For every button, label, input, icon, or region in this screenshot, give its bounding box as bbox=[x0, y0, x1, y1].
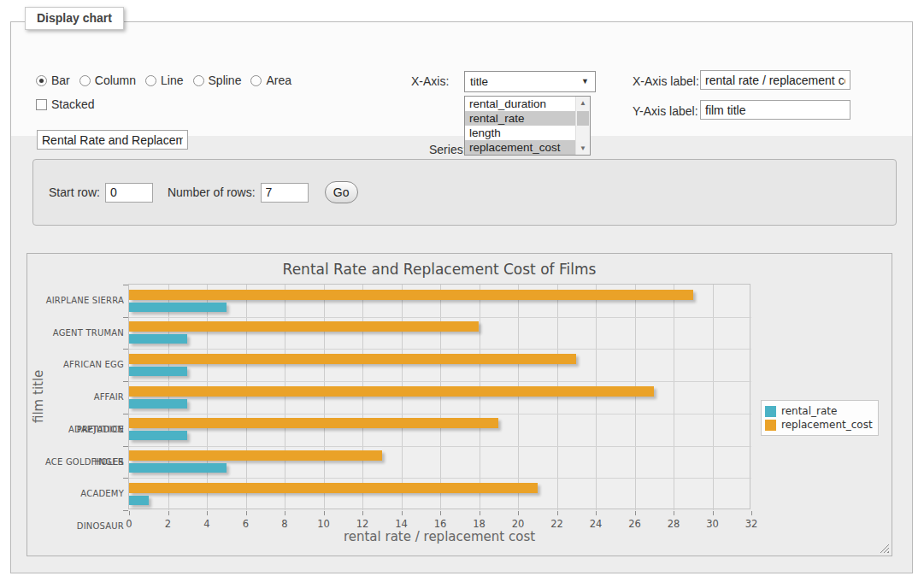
chart-type-radio-group: Bar Column Line Spline Area bbox=[36, 73, 301, 87]
listbox-scrollbar[interactable]: ▲ ▼ bbox=[575, 97, 590, 155]
gridline-v bbox=[518, 285, 519, 510]
radio-area[interactable]: Area bbox=[250, 73, 291, 87]
bar-rental_rate bbox=[129, 496, 149, 505]
x-tick-label: 30 bbox=[700, 518, 726, 530]
gridline-v bbox=[557, 285, 558, 510]
gridline-v bbox=[168, 285, 169, 510]
radio-line-icon[interactable] bbox=[145, 75, 156, 86]
x-tick-label: 20 bbox=[505, 518, 531, 530]
category-label: AGENT TRUMAN bbox=[44, 317, 124, 350]
plot-area: 02468101214161820222426283032AIRPLANE SI… bbox=[128, 284, 750, 509]
radio-line[interactable]: Line bbox=[145, 73, 183, 87]
x-tick-mark bbox=[674, 511, 674, 515]
panel-legend: Display chart bbox=[25, 7, 124, 30]
gridline-v bbox=[713, 285, 714, 510]
x-tick-mark bbox=[518, 511, 519, 515]
chevron-down-icon: ▼ bbox=[581, 72, 589, 91]
category-label: AFRICAN EGG bbox=[44, 349, 124, 381]
resize-grip-icon[interactable] bbox=[880, 544, 889, 553]
radio-column[interactable]: Column bbox=[79, 73, 136, 87]
rows-range-panel: Start row: Number of rows: Go bbox=[32, 159, 897, 226]
go-button[interactable]: Go bbox=[325, 181, 358, 203]
scrollbar-thumb[interactable] bbox=[577, 111, 589, 126]
x-axis-label-input[interactable] bbox=[700, 70, 850, 90]
bar-rental_rate bbox=[129, 399, 187, 409]
x-tick-label: 4 bbox=[194, 518, 220, 530]
x-axis-select[interactable]: title ▼ bbox=[464, 71, 596, 92]
x-tick-mark bbox=[207, 511, 208, 515]
gridline-h bbox=[129, 349, 751, 350]
bar-rental_rate bbox=[129, 463, 227, 473]
radio-area-icon[interactable] bbox=[250, 75, 262, 86]
bar-replacement_cost bbox=[129, 418, 498, 428]
gridline-h bbox=[129, 381, 751, 382]
legend-label: replacement_cost bbox=[781, 419, 873, 431]
radio-spline-label: Spline bbox=[209, 73, 242, 87]
category-label: ADAPTATION HOLES bbox=[44, 414, 124, 446]
start-row-label: Start row: bbox=[49, 185, 100, 199]
num-rows-label: Number of rows: bbox=[168, 185, 256, 199]
radio-spline-icon[interactable] bbox=[193, 75, 204, 86]
x-tick-label: 16 bbox=[427, 518, 453, 530]
start-row-input[interactable] bbox=[105, 183, 153, 203]
x-axis-label-field-label: X-Axis label: bbox=[633, 74, 699, 88]
legend-swatch-rental_rate bbox=[765, 406, 776, 417]
radio-spline[interactable]: Spline bbox=[193, 73, 242, 87]
x-tick-label: 18 bbox=[467, 518, 492, 530]
x-tick-label: 12 bbox=[350, 518, 375, 530]
scroll-down-icon[interactable]: ▼ bbox=[576, 142, 590, 155]
radio-column-icon[interactable] bbox=[79, 75, 91, 86]
x-tick-label: 32 bbox=[739, 518, 764, 530]
series-option-length[interactable]: length bbox=[465, 126, 575, 140]
series-option-rental-duration[interactable]: rental_duration bbox=[465, 97, 575, 111]
gridline-v bbox=[246, 285, 247, 510]
category-label: AFFAIR PREJUDICE bbox=[44, 381, 124, 414]
gridline-h bbox=[129, 478, 751, 479]
x-tick-label: 26 bbox=[622, 518, 648, 530]
stacked-checkbox-row[interactable]: Stacked bbox=[36, 97, 95, 111]
series-option-replacement-cost[interactable]: replacement_cost bbox=[465, 140, 575, 155]
num-rows-input[interactable] bbox=[261, 183, 309, 203]
bar-replacement_cost bbox=[129, 483, 538, 493]
x-axis-title: rental rate / replacement cost bbox=[128, 529, 750, 544]
x-tick-mark bbox=[596, 511, 597, 515]
radio-bar[interactable]: Bar bbox=[36, 73, 70, 87]
y-axis-label-input[interactable] bbox=[700, 100, 850, 120]
stacked-checkbox[interactable] bbox=[36, 99, 47, 110]
x-tick-mark bbox=[480, 511, 480, 515]
series-label: Series: bbox=[429, 143, 467, 156]
x-tick-label: 28 bbox=[661, 518, 686, 530]
scroll-up-icon[interactable]: ▲ bbox=[576, 97, 590, 109]
x-tick-mark bbox=[713, 511, 714, 515]
gridline-v bbox=[635, 285, 636, 510]
legend-row: replacement_cost bbox=[765, 418, 873, 432]
display-chart-panel: Display chart Bar Column Line Spline Are… bbox=[10, 21, 913, 573]
x-tick-label: 8 bbox=[272, 518, 297, 530]
bar-replacement_cost bbox=[129, 354, 576, 364]
radio-line-label: Line bbox=[161, 73, 183, 87]
gridline-v bbox=[285, 285, 285, 510]
legend-label: rental_rate bbox=[781, 405, 837, 417]
y-axis-label-field-label: Y-Axis label: bbox=[633, 104, 698, 118]
x-axis-select-label: X-Axis: bbox=[411, 74, 449, 88]
radio-bar-label: Bar bbox=[51, 73, 70, 87]
gridline-h bbox=[129, 414, 751, 414]
gridline-v bbox=[596, 285, 597, 510]
gridline-v bbox=[402, 285, 403, 510]
gridline-v bbox=[207, 285, 208, 510]
x-tick-mark bbox=[751, 511, 752, 515]
series-option-rental-rate[interactable]: rental_rate bbox=[465, 111, 575, 126]
bar-rental_rate bbox=[129, 303, 227, 312]
x-tick-mark bbox=[168, 511, 169, 515]
legend-swatch-replacement_cost bbox=[765, 420, 776, 431]
x-tick-mark bbox=[285, 511, 285, 515]
chart-title-input[interactable] bbox=[37, 130, 188, 150]
series-listbox[interactable]: rental_duration rental_rate length repla… bbox=[464, 96, 591, 156]
stacked-label: Stacked bbox=[51, 97, 95, 111]
radio-bar-icon[interactable] bbox=[36, 75, 47, 86]
gridline-h bbox=[129, 446, 751, 447]
category-label: ACE GOLDFINGER bbox=[44, 446, 124, 479]
gridline-h bbox=[129, 317, 751, 318]
legend-row: rental_rate bbox=[765, 404, 873, 418]
chart-legend: rental_ratereplacement_cost bbox=[761, 400, 879, 436]
